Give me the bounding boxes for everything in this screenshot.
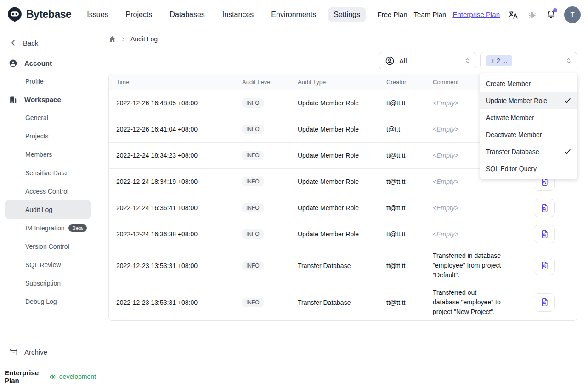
sidebar-item-sql-review[interactable]: SQL Review bbox=[5, 256, 91, 274]
sidebar-item-general[interactable]: General bbox=[5, 109, 91, 127]
back-button[interactable]: Back bbox=[0, 36, 96, 50]
chevron-left-icon bbox=[9, 39, 17, 47]
settings-sidebar: Back Account Profile Workspac bbox=[0, 29, 96, 389]
brand-name: Bytebase bbox=[26, 8, 71, 21]
avatar-initial: T bbox=[570, 11, 574, 18]
sidebar-item-label: Version Control bbox=[25, 243, 69, 250]
chevron-up-down-icon bbox=[565, 57, 572, 64]
audit-time: 2022-12-26 16:41:04 +08:00 bbox=[109, 122, 235, 137]
environment-tag: development bbox=[59, 373, 96, 380]
menu-item-sql-editor-query[interactable]: SQL Editor Query bbox=[480, 160, 577, 177]
audit-level-cell: INFO bbox=[235, 257, 290, 274]
plan-team-plan[interactable]: Team Plan bbox=[414, 11, 447, 18]
sidebar-item-projects[interactable]: Projects bbox=[5, 127, 91, 145]
view-detail-button[interactable] bbox=[534, 257, 555, 275]
nav-link-issues[interactable]: Issues bbox=[81, 7, 113, 22]
sidebar-item-version-control[interactable]: Version Control bbox=[5, 237, 91, 256]
plan-free-plan[interactable]: Free Plan bbox=[378, 11, 407, 18]
audit-type: Update Member Role bbox=[290, 174, 379, 189]
breadcrumb-current: Audit Log bbox=[130, 35, 158, 43]
bytebase-logo[interactable]: Bytebase bbox=[6, 6, 71, 23]
plan-links: Free PlanTeam PlanEnterprise Plan bbox=[378, 11, 500, 18]
view-detail-button[interactable] bbox=[534, 199, 555, 217]
column-header-audit-level: Audit Level bbox=[235, 79, 290, 86]
audit-time: 2022-12-23 13:53:31 +08:00 bbox=[109, 295, 235, 310]
file-search-icon bbox=[540, 261, 549, 270]
nav-link-environments[interactable]: Environments bbox=[266, 7, 322, 22]
sidebar-item-label: Audit Log bbox=[25, 206, 52, 213]
sidebar-item-profile[interactable]: Profile bbox=[5, 72, 91, 91]
audit-creator: tt@tt.tt bbox=[379, 227, 425, 241]
menu-item-label: Transfer Database bbox=[486, 148, 539, 155]
back-label: Back bbox=[23, 39, 38, 47]
audit-action-cell bbox=[507, 195, 577, 221]
user-circle-icon bbox=[9, 59, 17, 68]
sidebar-item-subscription[interactable]: Subscription bbox=[5, 274, 91, 292]
archive-label: Archive bbox=[24, 348, 47, 356]
file-search-icon bbox=[540, 297, 549, 307]
creator-filter-value: All bbox=[399, 57, 407, 65]
nav-link-projects[interactable]: Projects bbox=[120, 7, 158, 22]
audit-level-cell: INFO bbox=[235, 95, 290, 111]
translate-icon[interactable] bbox=[508, 9, 519, 20]
menu-item-label: Update Member Role bbox=[486, 97, 547, 104]
audit-creator: tt@tt.tt bbox=[379, 96, 425, 110]
view-detail-button[interactable] bbox=[534, 293, 555, 312]
audit-creator: tt@tt.tt bbox=[379, 200, 425, 215]
menu-item-update-member-role[interactable]: Update Member Role bbox=[480, 92, 577, 109]
column-header-creator: Creator bbox=[379, 79, 425, 86]
speaker-icon bbox=[49, 373, 57, 381]
person-circle-icon bbox=[385, 56, 395, 66]
sidebar-items-workspace: General Projects Members Sensitive Data … bbox=[0, 109, 96, 311]
audit-type: Update Member Role bbox=[290, 227, 379, 241]
audit-type-filter-select[interactable]: + 2 ... bbox=[480, 52, 577, 69]
user-avatar[interactable]: T bbox=[564, 6, 581, 23]
audit-level-cell: INFO bbox=[235, 226, 290, 242]
bug-report-icon[interactable] bbox=[526, 9, 537, 20]
sidebar-item-im-integration[interactable]: IM Integration Beta bbox=[5, 219, 91, 237]
sidebar-item-sensitive-data[interactable]: Sensitive Data bbox=[5, 164, 91, 182]
sidebar-item-archive[interactable]: Archive bbox=[0, 343, 96, 361]
menu-item-activate-member[interactable]: Activate Member bbox=[480, 109, 577, 126]
home-icon[interactable] bbox=[108, 35, 116, 43]
creator-filter-select[interactable]: All bbox=[379, 52, 476, 69]
plan-enterprise-plan[interactable]: Enterprise Plan bbox=[452, 11, 500, 18]
sidebar-item-members[interactable]: Members bbox=[5, 145, 91, 164]
sidebar-item-label: Sensitive Data bbox=[25, 169, 67, 177]
sidebar-item-debug-log[interactable]: Debug Log bbox=[5, 292, 91, 311]
sidebar-section-workspace: Workspace bbox=[0, 91, 96, 109]
building-icon bbox=[9, 95, 17, 104]
notification-bell-icon[interactable] bbox=[545, 9, 556, 20]
view-detail-button[interactable] bbox=[534, 225, 555, 243]
audit-log-page: Audit Log All + 2 ... bbox=[96, 29, 588, 389]
audit-time: 2022-12-23 13:53:31 +08:00 bbox=[109, 258, 235, 273]
audit-type-dropdown-menu: Create Member Update Member Role Activat… bbox=[480, 73, 577, 179]
audit-level-cell: INFO bbox=[235, 173, 290, 190]
nav-link-settings[interactable]: Settings bbox=[328, 7, 366, 22]
menu-item-transfer-database[interactable]: Transfer Database bbox=[480, 143, 577, 160]
sidebar-items-account: Profile bbox=[0, 72, 96, 91]
current-plan-label: Enterprise Plan bbox=[5, 369, 46, 384]
audit-time: 2022-12-24 18:34:23 +08:00 bbox=[109, 148, 235, 163]
nav-link-instances[interactable]: Instances bbox=[217, 7, 259, 22]
sidebar-scroll-area: Back Account Profile Workspac bbox=[0, 36, 96, 343]
audit-level-cell: INFO bbox=[235, 121, 290, 137]
audit-type: Update Member Role bbox=[290, 122, 379, 137]
sidebar-item-access-control[interactable]: Access Control bbox=[5, 182, 91, 200]
audit-comment: Transferred out database "employee" to p… bbox=[425, 284, 507, 320]
audit-time: 2022-12-24 16:36:38 +08:00 bbox=[109, 227, 235, 241]
table-row: 2022-12-23 13:53:31 +08:00 INFO Transfer… bbox=[109, 247, 577, 284]
sidebar-item-audit-log[interactable]: Audit Log bbox=[5, 200, 91, 219]
audit-time: 2022-12-26 16:48:05 +08:00 bbox=[109, 96, 235, 110]
menu-item-deactivate-member[interactable]: Deactivate Member bbox=[480, 126, 577, 143]
audit-creator: t@t.t bbox=[379, 122, 425, 137]
audit-level-badge: INFO bbox=[242, 229, 264, 239]
nav-link-databases[interactable]: Databases bbox=[164, 7, 210, 22]
file-search-icon bbox=[540, 229, 549, 239]
audit-level-badge: INFO bbox=[242, 261, 264, 270]
menu-item-create-member[interactable]: Create Member bbox=[480, 75, 577, 92]
sidebar-item-label: Access Control bbox=[25, 188, 68, 195]
check-icon bbox=[564, 148, 571, 155]
sidebar-section-account: Account bbox=[0, 54, 96, 72]
check-icon bbox=[564, 97, 571, 104]
